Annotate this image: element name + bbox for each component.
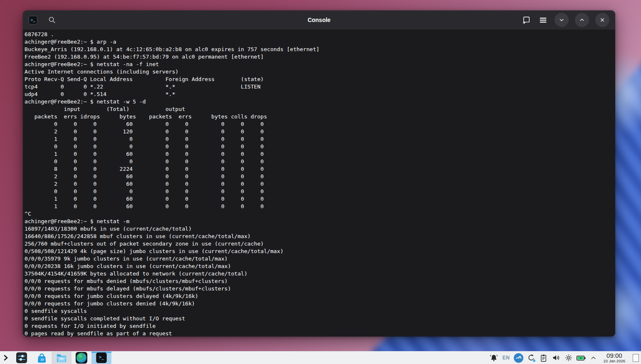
sun-icon [564, 353, 573, 362]
new-tab-icon[interactable] [520, 15, 531, 25]
discover-bag-icon [36, 352, 47, 364]
clock-date: 22 Jan 2026 [604, 359, 625, 363]
notifications-button[interactable] [488, 352, 500, 364]
panel-expand-button[interactable] [0, 352, 12, 364]
volume-button[interactable] [550, 352, 562, 364]
system-settings-icon [16, 352, 27, 363]
system-settings-button[interactable] [12, 352, 32, 364]
clipboard-button[interactable] [538, 352, 550, 364]
chevron-down-icon [557, 16, 566, 24]
update-badge [533, 359, 536, 362]
window-titlebar[interactable]: >_ Console [23, 10, 615, 30]
globe-icon [76, 352, 87, 364]
console-task-button[interactable]: >_ [91, 352, 111, 364]
chevron-up-icon [578, 16, 586, 24]
bird-messenger-tray-button[interactable] [513, 352, 525, 364]
bird-icon [514, 353, 523, 363]
konsole-app-icon: >_ [29, 16, 37, 25]
speaker-icon [552, 353, 561, 362]
file-manager-task-button[interactable] [52, 352, 71, 364]
clock-time: 09:00 [606, 352, 622, 359]
clipboard-icon [539, 354, 548, 362]
console-window: >_ Console [23, 10, 615, 337]
chevron-up-icon [589, 354, 597, 362]
battery-icon [576, 353, 586, 363]
folder-icon [56, 352, 67, 364]
keyboard-layout-button[interactable]: EN [500, 352, 512, 364]
minimize-button[interactable] [555, 13, 569, 27]
battery-button[interactable] [575, 352, 587, 364]
system-tray: EN [488, 352, 599, 364]
web-browser-button[interactable] [71, 352, 91, 364]
close-icon [598, 16, 606, 24]
maximize-button[interactable] [575, 13, 589, 27]
taskbar-spacer [111, 352, 488, 364]
tray-expander-button[interactable] [588, 352, 599, 364]
desktop: >_ Console [0, 0, 641, 364]
discover-button[interactable] [32, 352, 52, 364]
software-updates-button[interactable] [525, 352, 537, 364]
taskbar: >_ EN [0, 351, 641, 364]
brightness-button[interactable] [563, 352, 574, 364]
keyboard-layout-indicator: EN [503, 355, 510, 361]
clock[interactable]: 09:00 22 Jan 2026 [599, 352, 629, 364]
menu-icon[interactable] [537, 15, 548, 25]
chevron-right-icon [2, 354, 10, 362]
bell-icon [489, 353, 498, 362]
terminal-output[interactable]: 6876728 . achinger@FreeBee2:~ $ arp -a B… [23, 30, 615, 337]
show-desktop-button[interactable] [633, 354, 639, 362]
close-button[interactable] [595, 13, 609, 27]
search-icon[interactable] [47, 15, 57, 25]
console-icon: >_ [96, 352, 107, 363]
